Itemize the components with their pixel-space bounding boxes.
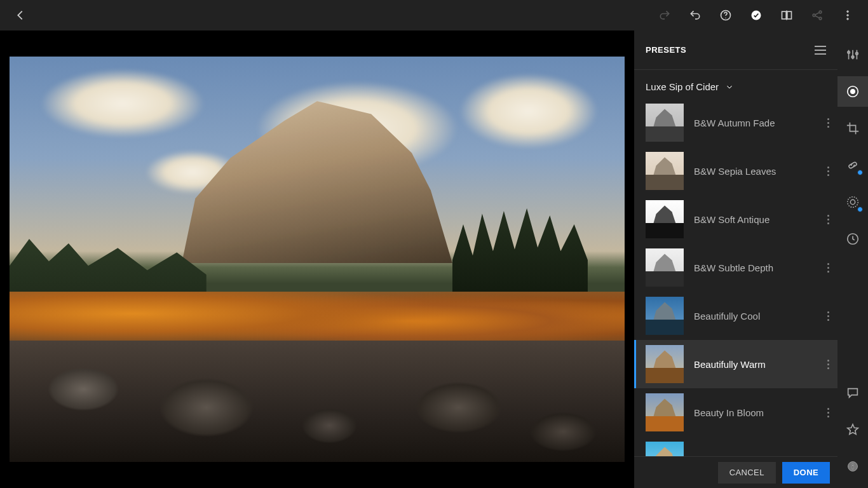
photo-rocks [10, 341, 625, 462]
preset-more-icon[interactable] [818, 311, 837, 321]
preset-row[interactable]: Beautifully Cool [634, 292, 837, 340]
svg-point-1 [725, 18, 726, 18]
preset-more-icon[interactable] [818, 166, 837, 176]
preset-group-label: Luxe Sip of Cider [646, 81, 719, 92]
cloud-status-icon[interactable] [742, 0, 770, 30]
preset-thumbnail [646, 442, 684, 456]
share-button[interactable] [803, 0, 831, 30]
panel-menu-icon[interactable] [815, 46, 826, 55]
svg-point-8 [819, 17, 822, 20]
svg-rect-3 [782, 11, 787, 19]
new-feature-dot [857, 170, 863, 175]
preset-label: Beautifully Cool [694, 311, 818, 322]
preset-row[interactable]: Beautifully Warm [634, 340, 837, 388]
preset-row[interactable]: B&W Subtle Depth [634, 243, 837, 292]
done-button[interactable]: DONE [782, 462, 830, 484]
preset-label: B&W Soft Antique [694, 214, 818, 225]
undo-button[interactable] [681, 0, 709, 30]
back-button[interactable] [6, 0, 34, 30]
crop-tool[interactable] [837, 113, 868, 144]
masking-tool[interactable] [837, 187, 868, 217]
preset-thumbnail [646, 345, 684, 383]
panel-title: PRESETS [646, 45, 686, 55]
preset-more-icon[interactable] [818, 215, 837, 224]
preset-thumbnail [646, 104, 684, 142]
redo-button[interactable] [651, 0, 679, 30]
adjust-tool[interactable] [837, 39, 868, 70]
preset-label: B&W Subtle Depth [694, 262, 818, 273]
preset-more-icon[interactable] [818, 263, 837, 273]
photo-cloud [459, 73, 599, 149]
compare-button[interactable] [773, 0, 801, 30]
svg-rect-4 [787, 11, 792, 19]
top-bar-right [651, 0, 862, 30]
top-bar [0, 0, 868, 30]
preset-thumbnail [646, 200, 684, 238]
more-button[interactable] [834, 0, 862, 30]
healing-tool[interactable] [837, 150, 868, 180]
presets-panel: PRESETS Luxe Sip of Cider B&W Autumn Fad… [634, 30, 837, 488]
svg-point-10 [847, 15, 849, 17]
top-bar-left [6, 0, 34, 30]
svg-point-23 [848, 197, 858, 208]
preset-more-icon[interactable] [818, 118, 837, 128]
preset-label: B&W Sepia Leaves [694, 166, 818, 177]
preset-row[interactable]: B&W Soft Antique [634, 195, 837, 243]
svg-rect-27 [852, 465, 853, 469]
svg-point-9 [847, 11, 849, 13]
preset-group-dropdown[interactable]: Luxe Sip of Cider [634, 70, 837, 98]
preset-more-icon[interactable] [818, 456, 837, 457]
preset-list: B&W Autumn FadeB&W Sepia LeavesB&W Soft … [634, 98, 837, 456]
svg-point-19 [850, 89, 855, 93]
preset-thumbnail [646, 297, 684, 335]
svg-point-6 [813, 14, 815, 17]
preset-row[interactable]: B&W Autumn Fade [634, 98, 837, 147]
preset-row[interactable]: Brisk Air [634, 437, 837, 456]
rating-button[interactable] [837, 414, 868, 445]
photo-cloud [40, 69, 205, 139]
preset-label: Beautifully Warm [694, 359, 818, 370]
panel-header: PRESETS [634, 30, 837, 70]
svg-rect-20 [848, 161, 857, 168]
svg-point-7 [819, 11, 822, 13]
panel-footer: CANCEL DONE [634, 456, 837, 488]
cancel-button[interactable]: CANCEL [718, 462, 776, 484]
chevron-down-icon [725, 83, 734, 92]
photo-canvas[interactable] [10, 57, 625, 462]
info-button[interactable] [837, 451, 868, 482]
versions-tool[interactable] [837, 224, 868, 254]
help-button[interactable] [712, 0, 740, 30]
preset-more-icon[interactable] [818, 360, 837, 369]
preset-more-icon[interactable] [818, 408, 837, 417]
preset-thumbnail [646, 152, 684, 190]
svg-point-11 [847, 18, 849, 20]
preset-thumbnail [646, 393, 684, 431]
preset-label: B&W Autumn Fade [694, 118, 818, 128]
svg-point-28 [852, 463, 853, 464]
preset-label: Beauty In Bloom [694, 407, 818, 418]
tool-rail [837, 30, 868, 488]
preset-row[interactable]: B&W Sepia Leaves [634, 147, 837, 195]
preset-label: Brisk Air [694, 456, 818, 457]
presets-tool[interactable] [837, 76, 868, 107]
preset-row[interactable]: Beauty In Bloom [634, 388, 837, 437]
preset-thumbnail [646, 248, 684, 287]
new-feature-dot [857, 207, 863, 212]
comments-button[interactable] [837, 377, 868, 408]
svg-point-24 [850, 200, 855, 204]
